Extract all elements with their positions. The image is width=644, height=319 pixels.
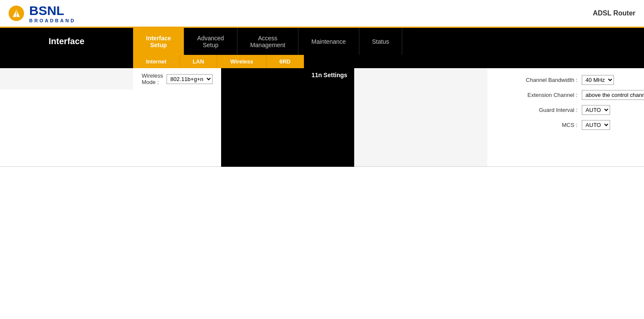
tab-access-management[interactable]: Access Management <box>237 28 299 55</box>
subnav: Internet LAN Wireless 6RD <box>133 55 304 68</box>
wireless-mode-sidebar <box>0 68 133 90</box>
subnav-spacer <box>0 55 133 68</box>
11n-header-row: 11n Settings <box>221 68 354 167</box>
mcs-label: MCS : <box>496 122 582 128</box>
tab-maintenance[interactable]: Maintenance <box>298 28 359 55</box>
subnav-6rd[interactable]: 6RD <box>267 55 304 68</box>
logo-area: BSNL BROADBAND <box>9 3 76 23</box>
logo-text: BSNL BROADBAND <box>29 3 76 23</box>
extension-channel-select[interactable]: above the control channel below the cont… <box>582 90 644 100</box>
mcs-select[interactable]: AUTO <box>582 120 610 130</box>
header-title: ADSL Router <box>593 9 635 17</box>
extension-channel-row: Extension Channel : above the control ch… <box>496 87 644 102</box>
channel-bandwidth-select[interactable]: 40 MHz 20 MHz <box>582 75 614 85</box>
wireless-mode-select[interactable]: 802.11b+g+n <box>167 74 213 84</box>
subnav-wrapper: Internet LAN Wireless 6RD <box>0 55 644 68</box>
channel-bandwidth-row: Channel Bandwidth : 40 MHz 20 MHz <box>496 72 644 87</box>
subnav-lan[interactable]: LAN <box>180 55 218 68</box>
wireless-mode-label: Wireless Mode : <box>142 72 163 85</box>
subnav-internet[interactable]: Internet <box>133 55 180 68</box>
broadband-text: BROADBAND <box>29 18 76 23</box>
extension-channel-label: Extension Channel : <box>496 92 582 98</box>
guard-interval-row: Guard Interval : AUTO Long Short <box>496 102 644 117</box>
svg-point-2 <box>16 15 17 16</box>
wireless-mode-row: Wireless Mode : 802.11b+g+n <box>0 68 221 90</box>
main-layout: Wireless Mode : 802.11b+g+n 11n Settings… <box>0 68 644 167</box>
11n-sidebar-header: 11n Settings <box>221 68 354 167</box>
11n-settings-content: Channel Bandwidth : 40 MHz 20 MHz Extens… <box>487 68 644 166</box>
tab-interface-setup[interactable]: Interface Setup <box>133 28 184 55</box>
guard-interval-select[interactable]: AUTO Long Short <box>582 105 610 115</box>
11n-settings-section: Channel Bandwidth : 40 MHz 20 MHz Extens… <box>354 68 644 167</box>
11n-settings-sidebar <box>354 68 487 166</box>
nav-interface-label: Interface <box>0 28 133 55</box>
nav-tabs: Interface Setup Advanced Setup Access Ma… <box>133 28 644 55</box>
guard-interval-label: Guard Interval : <box>496 107 582 113</box>
subnav-wireless[interactable]: Wireless <box>217 55 266 68</box>
tab-advanced-setup[interactable]: Advanced Setup <box>184 28 237 55</box>
channel-bandwidth-label: Channel Bandwidth : <box>496 77 582 83</box>
tab-status[interactable]: Status <box>359 28 403 55</box>
bsnl-logo-icon <box>9 6 24 21</box>
mcs-row: MCS : AUTO <box>496 117 644 132</box>
wireless-mode-section: Wireless Mode : 802.11b+g+n <box>0 68 221 167</box>
bsnl-text: BSNL <box>29 3 64 18</box>
main-nav: Interface Interface Setup Advanced Setup… <box>0 28 644 55</box>
header: BSNL BROADBAND ADSL Router <box>0 0 644 28</box>
wireless-mode-content: Wireless Mode : 802.11b+g+n <box>133 68 221 90</box>
